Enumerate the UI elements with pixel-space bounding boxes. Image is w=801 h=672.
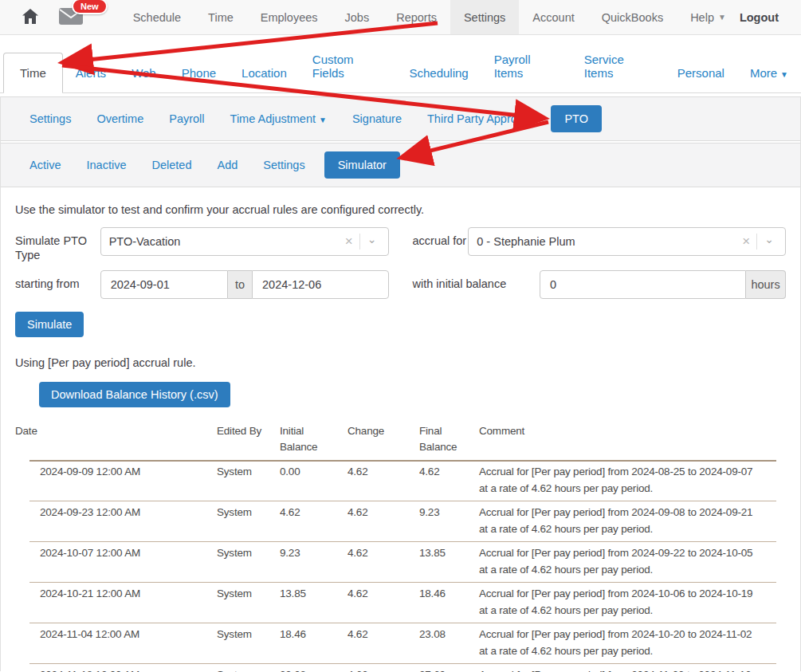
pto-type-label: Simulate PTO Type bbox=[15, 227, 100, 262]
row-change: 4.62 bbox=[347, 505, 419, 537]
chevron-down-icon[interactable]: ⌄ bbox=[360, 233, 380, 250]
subnav-settings[interactable]: Settings bbox=[17, 112, 84, 125]
tab-time[interactable]: Time bbox=[3, 53, 63, 93]
date-to-input[interactable]: 2024-12-06 bbox=[252, 270, 388, 299]
table-row: 2024-10-21 12:00 AM System 13.85 4.62 18… bbox=[29, 582, 786, 623]
row-initial: 4.62 bbox=[280, 505, 347, 537]
pto-type-select[interactable]: PTO-Vacation × ⌄ bbox=[100, 227, 389, 256]
row-comment: Accrual for [Per pay period] from 2024-1… bbox=[479, 667, 786, 672]
form-row-dates: starting from 2024-09-01 to 2024-12-06 w… bbox=[15, 270, 786, 299]
row-initial: 18.46 bbox=[280, 627, 347, 659]
simulator-content: Use the simulator to test and confirm yo… bbox=[1, 187, 800, 672]
nav-employees[interactable]: Employees bbox=[247, 0, 332, 34]
table-row: 2024-09-09 12:00 AM System 0.00 4.62 4.6… bbox=[29, 460, 786, 501]
pto-tab-active[interactable]: Active bbox=[17, 159, 74, 171]
header-edited-by: Edited By bbox=[217, 423, 280, 460]
nav-jobs[interactable]: Jobs bbox=[332, 0, 383, 34]
row-comment: Accrual for [Per pay period] from 2024-0… bbox=[479, 545, 786, 578]
row-final: 18.46 bbox=[419, 586, 479, 619]
table-header-row: Date Edited By Initial Balance Change Fi… bbox=[15, 423, 786, 460]
employee-select[interactable]: 0 - Stephanie Plum × ⌄ bbox=[468, 227, 786, 256]
row-edited-by: System bbox=[217, 464, 280, 497]
header-final-balance: Final Balance bbox=[419, 423, 479, 460]
row-date: 2024-09-09 12:00 AM bbox=[29, 464, 217, 497]
row-change: 4.62 bbox=[347, 667, 419, 672]
chevron-down-icon[interactable]: ⌄ bbox=[757, 233, 777, 250]
header-initial-balance: Initial Balance bbox=[280, 423, 347, 460]
chevron-down-icon: ▼ bbox=[319, 116, 327, 124]
row-change: 4.62 bbox=[347, 545, 419, 578]
nav-reports[interactable]: Reports bbox=[383, 0, 450, 34]
download-csv-button[interactable]: Download Balance History (.csv) bbox=[39, 382, 230, 407]
row-comment: Accrual for [Per pay period] from 2024-1… bbox=[479, 627, 786, 659]
employee-value: 0 - Stephanie Plum bbox=[477, 235, 736, 248]
nav-settings[interactable]: Settings bbox=[450, 0, 519, 34]
tab-phone[interactable]: Phone bbox=[169, 53, 229, 92]
settings-tab-bar: Time Alerts Web Phone Location Custom Fi… bbox=[0, 35, 801, 93]
row-final: 9.23 bbox=[419, 505, 479, 537]
tab-more[interactable]: More▼ bbox=[737, 53, 801, 92]
hours-label: hours bbox=[746, 270, 786, 299]
tab-location[interactable]: Location bbox=[229, 53, 300, 92]
tab-more-label: More bbox=[750, 66, 777, 80]
tab-payroll-items[interactable]: Payroll Items bbox=[481, 40, 571, 92]
messages-icon-wrap[interactable]: New bbox=[59, 8, 105, 27]
initial-balance-label: with initial balance bbox=[413, 270, 540, 291]
row-date: 2024-09-23 12:00 AM bbox=[29, 505, 217, 537]
initial-balance-input[interactable]: 0 bbox=[540, 270, 746, 299]
pto-subnav-bar: Active Inactive Deleted Add Settings Sim… bbox=[1, 143, 800, 187]
starting-from-label: starting from bbox=[15, 270, 100, 291]
form-row-type: Simulate PTO Type PTO-Vacation × ⌄ accru… bbox=[15, 227, 786, 262]
new-badge: New bbox=[72, 0, 108, 14]
row-comment: Accrual for [Per pay period] from 2024-0… bbox=[479, 464, 786, 497]
subnav-pto-button[interactable]: PTO bbox=[551, 105, 602, 132]
date-from-input[interactable]: 2024-09-01 bbox=[100, 270, 229, 299]
subnav-third-party-approval[interactable]: Third Party Approval bbox=[414, 112, 544, 125]
subnav-overtime[interactable]: Overtime bbox=[84, 112, 156, 125]
row-comment: Accrual for [Per pay period] from 2024-1… bbox=[479, 586, 786, 619]
tab-scheduling[interactable]: Scheduling bbox=[396, 53, 481, 92]
row-comment: Accrual for [Per pay period] from 2024-0… bbox=[479, 505, 786, 537]
pto-tab-deleted[interactable]: Deleted bbox=[139, 159, 204, 171]
row-initial: 9.23 bbox=[280, 545, 347, 578]
subnav-time-adjustment[interactable]: Time Adjustment▼ bbox=[218, 112, 340, 125]
nav-logout[interactable]: Logout bbox=[740, 0, 779, 34]
row-change: 4.62 bbox=[347, 464, 419, 497]
nav-quickbooks[interactable]: QuickBooks bbox=[588, 0, 677, 34]
clear-icon[interactable]: × bbox=[736, 234, 756, 250]
simulate-button[interactable]: Simulate bbox=[15, 312, 84, 337]
row-edited-by: System bbox=[217, 667, 280, 672]
pto-tab-inactive[interactable]: Inactive bbox=[74, 159, 139, 171]
top-nav-bar: New Schedule Time Employees Jobs Reports… bbox=[0, 0, 801, 35]
header-change: Change bbox=[347, 423, 419, 460]
row-date: 2024-10-21 12:00 AM bbox=[29, 586, 217, 619]
row-date: 2024-10-07 12:00 AM bbox=[29, 545, 217, 578]
nav-time[interactable]: Time bbox=[194, 0, 247, 34]
row-edited-by: System bbox=[217, 627, 280, 659]
subnav-signature[interactable]: Signature bbox=[340, 112, 414, 125]
tab-alerts[interactable]: Alerts bbox=[63, 53, 119, 92]
pto-tab-add[interactable]: Add bbox=[204, 159, 250, 171]
row-change: 4.62 bbox=[347, 627, 419, 659]
simulator-intro-text: Use the simulator to test and confirm yo… bbox=[15, 203, 786, 216]
row-initial: 13.85 bbox=[280, 586, 347, 619]
pto-tab-simulator-button[interactable]: Simulator bbox=[324, 151, 400, 179]
tab-web[interactable]: Web bbox=[119, 53, 169, 92]
table-row: 2024-11-04 12:00 AM System 18.46 4.62 23… bbox=[29, 623, 786, 663]
time-subnav-bar: Settings Overtime Payroll Time Adjustmen… bbox=[1, 96, 800, 141]
clear-icon[interactable]: × bbox=[339, 234, 359, 250]
row-final: 4.62 bbox=[419, 464, 479, 497]
tab-personal[interactable]: Personal bbox=[665, 53, 737, 92]
nav-help[interactable]: Help▼ bbox=[677, 0, 740, 34]
tab-service-items[interactable]: Service Items bbox=[571, 40, 665, 92]
to-label: to bbox=[228, 270, 252, 299]
chevron-down-icon: ▼ bbox=[780, 70, 788, 79]
subnav-payroll[interactable]: Payroll bbox=[156, 112, 217, 125]
nav-account[interactable]: Account bbox=[519, 0, 587, 34]
tab-custom-fields[interactable]: Custom Fields bbox=[300, 40, 397, 92]
table-row: 2024-09-23 12:00 AM System 4.62 4.62 9.2… bbox=[29, 501, 786, 541]
nav-schedule[interactable]: Schedule bbox=[120, 0, 194, 34]
home-icon[interactable] bbox=[22, 9, 38, 26]
row-initial: 0.00 bbox=[280, 464, 347, 497]
pto-tab-settings[interactable]: Settings bbox=[250, 159, 317, 171]
